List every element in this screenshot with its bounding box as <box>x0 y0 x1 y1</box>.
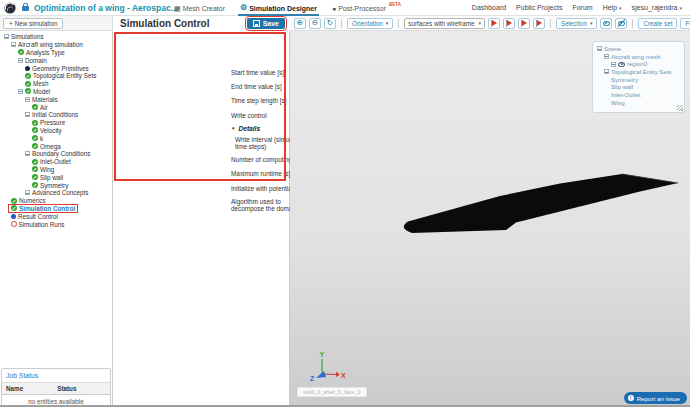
create-set-button[interactable]: Create set <box>638 18 677 29</box>
filter-label: Filter <box>685 20 690 27</box>
tree-item-inlet-outlet[interactable]: Inlet-Outlet <box>0 158 112 166</box>
top-link-sjesu-rajendra[interactable]: sjesu_rajendra▾ <box>632 4 682 11</box>
tree-item-label: Result Control <box>18 213 58 220</box>
tree-item-inner: Topological Entity Sets <box>23 72 98 79</box>
check-icon <box>32 127 38 133</box>
top-link-public-projects[interactable]: Public Projects <box>516 4 562 11</box>
tree-item-inner: Analysis Type <box>16 49 67 56</box>
tree-item-model[interactable]: Model <box>0 88 112 96</box>
chevron-down-icon: ▾ <box>478 20 481 26</box>
tree-item-geometry-primitives[interactable]: Geometry Primitives <box>0 64 112 72</box>
orientation-button[interactable]: Orientation ▾ <box>347 18 393 29</box>
collapse-icon <box>604 54 609 59</box>
clip-plane-x-button[interactable] <box>488 18 500 29</box>
tree-item-inner: Wing <box>30 166 56 173</box>
report-issue-button[interactable]: ! Report an issue <box>624 392 687 404</box>
tree-item-boundary-conditions[interactable]: Boundary Conditions <box>0 150 112 158</box>
tree-item-inner: Geometry Primitives <box>23 65 91 72</box>
top-link-forum[interactable]: Forum <box>572 4 592 11</box>
tab-simulation-designer[interactable]: ⚙Simulation Designer <box>238 0 319 16</box>
scene-item-scene[interactable]: Scene <box>597 45 680 53</box>
dot-dark-icon <box>25 66 30 71</box>
tree-item-omega[interactable]: Omega <box>0 142 112 150</box>
clip-plane-custom-button[interactable] <box>533 18 545 29</box>
tree-item-velocity[interactable]: Velocity <box>0 127 112 135</box>
tree-item-result-control[interactable]: Result Control <box>0 212 112 220</box>
tree-item-inner: Simulations <box>2 33 46 40</box>
tree-item-aircraft-wing-simulation[interactable]: Aircraft wing simulation <box>0 41 112 49</box>
fit-view-button[interactable]: ↻ <box>324 18 336 29</box>
zoom-out-button[interactable]: ⊖ <box>309 18 321 29</box>
job-status-title[interactable]: Job Status <box>2 369 110 383</box>
tree-item-label: Numerics <box>19 197 46 204</box>
tab-post-processor[interactable]: ●Post-ProcessorBETA <box>330 0 403 16</box>
tree-item-initial-conditions[interactable]: Initial Conditions <box>0 111 112 119</box>
tree-item-mesh[interactable]: Mesh <box>0 80 112 88</box>
tree-item-analysis-type[interactable]: Analysis Type <box>0 49 112 57</box>
scene-item-region0[interactable]: region0 <box>597 60 680 68</box>
tree-item-label: k <box>40 135 43 142</box>
tab-mesh-creator[interactable]: ▦Mesh Creator <box>172 0 227 16</box>
top-link-dashboard[interactable]: Dashboard <box>472 4 506 11</box>
link-label: Public Projects <box>516 4 562 11</box>
tree-item-k[interactable]: k <box>0 134 112 142</box>
tree-item-pressure[interactable]: Pressure <box>0 119 112 127</box>
tree-item-label: Symmetry <box>40 182 68 189</box>
scene-item-slip-wall[interactable]: Slip wall <box>597 83 680 91</box>
column-header-status: Status <box>53 383 80 394</box>
tree-item-slip-wall[interactable]: Slip wall <box>0 173 112 181</box>
scene-tree-panel: SceneAircraft wing meshregion0Topologica… <box>592 41 685 113</box>
tree-item-simulation-control[interactable]: Simulation Control <box>0 205 112 213</box>
hide-selected-button[interactable] <box>615 18 627 29</box>
tree-item-wing[interactable]: Wing <box>0 166 112 174</box>
tree-item-symmetry[interactable]: Symmetry <box>0 181 112 189</box>
3d-viewport[interactable]: SceneAircraft wing meshregion0Topologica… <box>290 31 690 407</box>
tree-item-air[interactable]: Air <box>0 103 112 111</box>
scene-item-wing[interactable]: Wing <box>597 99 680 107</box>
tree-item-inner: Domain <box>16 57 49 64</box>
check-icon <box>32 135 38 141</box>
tree-item-numerics[interactable]: Numerics <box>0 197 112 205</box>
collapse-icon <box>25 112 30 117</box>
job-status-columns: Name Status <box>2 383 110 395</box>
clip-plane-z-button[interactable] <box>518 18 530 29</box>
clip-plane-custom-icon <box>534 19 543 28</box>
tree-item-label: Initial Conditions <box>32 111 78 118</box>
scene-item-inlet-outlet[interactable]: Inlet-Outlet <box>597 91 680 99</box>
tree-item-materials[interactable]: Materials <box>0 95 112 103</box>
tree-item-advanced-concepts[interactable]: Advanced Concepts <box>0 189 112 197</box>
tree-item-topological-entity-sets[interactable]: Topological Entity Sets <box>0 72 112 80</box>
column-header-name: Name <box>2 383 53 394</box>
clip-plane-y-button[interactable] <box>503 18 515 29</box>
link-label: Dashboard <box>472 4 506 11</box>
create-set-label: Create set <box>643 20 672 27</box>
check-icon <box>32 182 38 188</box>
filter-button[interactable]: Filter ▾ <box>680 18 690 29</box>
scene-item-aircraft-wing-mesh[interactable]: Aircraft wing mesh <box>597 53 680 61</box>
tree-item-inner: Boundary Conditions <box>23 150 92 157</box>
scene-item-symmetry[interactable]: Symmetry <box>597 76 680 84</box>
show-selected-button[interactable] <box>600 18 612 29</box>
tree-item-domain[interactable]: Domain <box>0 56 112 64</box>
top-bar: Optimization of a wing - Aerospac... ▦Me… <box>0 0 690 16</box>
tree-item-inner: Simulation Runs <box>9 221 66 228</box>
top-link-help[interactable]: Help▾ <box>603 4 622 11</box>
new-simulation-label: New simulation <box>15 20 58 27</box>
tree-item-simulation-runs[interactable]: Simulation Runs <box>0 220 112 228</box>
tree-item-simulations[interactable]: Simulations <box>0 33 112 41</box>
save-button[interactable]: Save <box>247 18 285 29</box>
scene-item-label: region0 <box>627 61 647 67</box>
tree-item-inner: Model <box>16 88 52 95</box>
clip-plane-y-icon <box>504 19 513 28</box>
zoom-in-button[interactable]: ⊕ <box>294 18 306 29</box>
scene-item-topological-entity-sets[interactable]: Topological Entity Sets <box>597 68 680 76</box>
scene-item-label: Wing <box>611 100 625 106</box>
section-label: Details <box>238 125 260 132</box>
new-simulation-button[interactable]: + New simulation <box>3 18 63 29</box>
tree-item-inner: Numerics <box>9 197 48 204</box>
simulation-tree-sidebar: SimulationsAircraft wing simulationAnaly… <box>0 31 113 407</box>
toolbar-divider <box>341 19 342 28</box>
selection-button[interactable]: Selection ▾ <box>556 18 597 29</box>
render-mode-select[interactable]: surfaces with wireframe ▾ <box>404 18 485 29</box>
mesh-creator-grid-icon: ▦ <box>174 5 181 12</box>
